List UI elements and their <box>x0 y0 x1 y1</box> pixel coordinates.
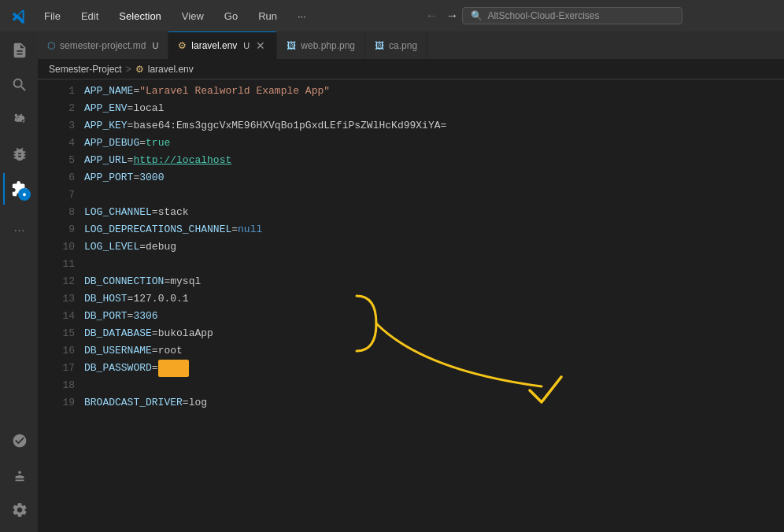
breadcrumb: Semester-Project > ⚙ laravel.env <box>38 59 784 79</box>
tab-label-semester: semester-project.md <box>60 40 146 51</box>
settings-icon <box>11 501 28 519</box>
menu-edit[interactable]: Edit <box>78 9 102 24</box>
activity-bar: ● ··· <box>0 31 38 532</box>
search-bar[interactable]: 🔍 AltSchool-Cloud-Exercises <box>462 7 682 24</box>
code-line-18 <box>81 377 784 394</box>
code-editor[interactable]: 1 2 3 4 5 6 7 8 9 10 11 12 13 14 15 16 1… <box>38 79 784 532</box>
code-line-19: BROADCAST_DRIVER=log <box>81 394 784 412</box>
code-line-1: APP_NAME="Laravel Realworld Example App" <box>81 83 784 100</box>
code-line-8: LOG_CHANNEL=stack <box>81 204 784 221</box>
breadcrumb-file-icon: ⚙ <box>135 64 144 75</box>
menu-more[interactable]: ··· <box>294 9 309 24</box>
breadcrumb-project[interactable]: Semester-Project <box>49 64 122 75</box>
line-numbers: 1 2 3 4 5 6 7 8 9 10 11 12 13 14 15 16 1… <box>38 79 81 532</box>
code-line-5: APP_URL=http://localhost <box>81 152 784 169</box>
tab-label-laravel: laravel.env <box>191 40 237 51</box>
code-line-16: DB_USERNAME=root <box>81 342 784 360</box>
forward-button[interactable]: → <box>442 7 462 24</box>
menu-go[interactable]: Go <box>221 9 241 24</box>
account-icon <box>11 467 28 484</box>
titlebar-center: ← → 🔍 AltSchool-Cloud-Exercises <box>320 7 784 24</box>
tab-label-web: web.php.png <box>301 40 355 51</box>
code-line-7 <box>81 187 784 204</box>
tab-icon-md: ⬡ <box>47 40 55 51</box>
activity-icon-remote[interactable] <box>3 425 35 456</box>
activity-icon-search[interactable] <box>3 69 35 101</box>
code-line-2: APP_ENV=local <box>81 100 784 117</box>
code-line-17: DB_PASSWORD= <box>81 360 784 377</box>
breadcrumb-separator: > <box>126 64 131 75</box>
tab-icon-ca: 🖼 <box>375 40 384 51</box>
tab-badge-semester: U <box>152 41 158 50</box>
search-icon: 🔍 <box>471 10 483 21</box>
editor-area: ⬡ semester-project.md U ⚙ laravel.env U … <box>38 31 784 532</box>
files-icon <box>11 42 28 59</box>
remote-icon <box>12 433 28 449</box>
menu-bar: File Edit Selection View Go Run ··· <box>0 8 320 24</box>
code-line-13: DB_HOST=127.0.0.1 <box>81 290 784 308</box>
code-content: APP_NAME="Laravel Realworld Example App"… <box>81 79 784 532</box>
code-line-3: APP_KEY=base64:Ems3ggcVxME96HXVqBo1pGxdL… <box>81 117 784 135</box>
menu-selection[interactable]: Selection <box>116 9 164 24</box>
code-line-12: DB_CONNECTION=mysql <box>81 273 784 290</box>
back-button[interactable]: ← <box>421 7 442 24</box>
code-line-4: APP_DEBUG=true <box>81 135 784 152</box>
debug-icon <box>11 146 28 163</box>
tab-icon-env: ⚙ <box>178 40 187 51</box>
tab-web-php[interactable]: 🖼 web.php.png <box>277 31 365 59</box>
vscode-logo-icon <box>11 8 27 24</box>
tab-ca-png[interactable]: 🖼 ca.png <box>365 31 427 59</box>
search-icon <box>11 76 28 94</box>
code-line-9: LOG_DEPRECATIONS_CHANNEL=null <box>81 221 784 238</box>
menu-view[interactable]: View <box>179 9 207 24</box>
tab-icon-web: 🖼 <box>287 40 296 51</box>
code-line-6: APP_PORT=3000 <box>81 169 784 187</box>
activity-icon-debug[interactable] <box>3 139 35 170</box>
code-line-14: DB_PORT=3306 <box>81 308 784 325</box>
activity-icon-account[interactable] <box>3 460 35 491</box>
source-control-icon <box>11 111 28 128</box>
activity-icon-source-control[interactable] <box>3 104 35 135</box>
tabs-bar: ⬡ semester-project.md U ⚙ laravel.env U … <box>38 31 784 59</box>
tab-laravel-env[interactable]: ⚙ laravel.env U ✕ <box>168 31 277 59</box>
menu-file[interactable]: File <box>41 9 64 24</box>
breadcrumb-file[interactable]: laravel.env <box>148 64 194 75</box>
more-icon[interactable]: ··· <box>3 214 35 246</box>
menu-run[interactable]: Run <box>255 9 280 24</box>
tab-close-laravel[interactable]: ✕ <box>254 39 267 52</box>
code-line-11 <box>81 256 784 273</box>
activity-bottom <box>3 425 35 532</box>
tab-semester-project[interactable]: ⬡ semester-project.md U <box>38 31 168 59</box>
tab-badge-laravel: U <box>243 41 250 50</box>
titlebar: File Edit Selection View Go Run ··· ← → … <box>0 0 784 31</box>
search-placeholder: AltSchool-Cloud-Exercises <box>487 10 599 21</box>
code-line-15: DB_DATABASE=bukolaApp <box>81 325 784 342</box>
main-layout: ● ··· <box>0 31 784 532</box>
extensions-badge: ● <box>18 188 31 201</box>
redacted-password <box>158 360 189 377</box>
activity-icon-extensions[interactable]: ● <box>3 173 35 205</box>
activity-icon-settings[interactable] <box>3 494 35 526</box>
code-line-10: LOG_LEVEL=debug <box>81 238 784 256</box>
tab-label-ca: ca.png <box>389 40 417 51</box>
activity-icon-explorer[interactable] <box>3 35 35 66</box>
